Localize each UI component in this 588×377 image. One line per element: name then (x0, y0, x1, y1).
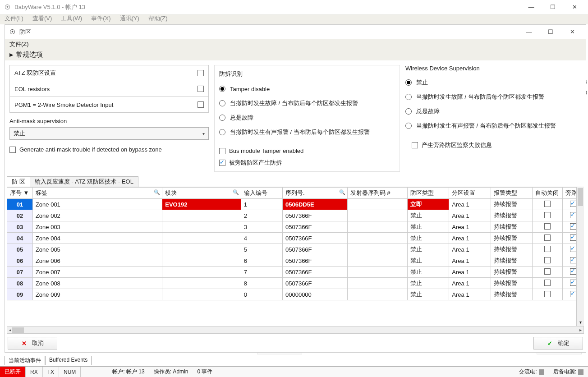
search-icon[interactable]: 🔍 (339, 189, 345, 195)
tab-atz[interactable]: 输入反应速度 - ATZ 双防区技术 - EOL (30, 176, 138, 187)
main-title: BabyWare V5.1.0 - 帐户 13 (14, 3, 525, 11)
section-header[interactable]: ▶常规选项 (5, 49, 586, 60)
general-options-panel: ATZ 双防区设置 EOL resistors PGM1 = 2-Wire Sm… (9, 65, 209, 172)
pgm1-checkbox[interactable] (198, 101, 204, 108)
auto-checkbox[interactable] (544, 291, 551, 297)
tab-zones[interactable]: 防 区 (7, 176, 30, 187)
bypass-checkbox[interactable] (570, 257, 576, 263)
col-alarm[interactable]: 报警类型 (491, 188, 532, 199)
table-row[interactable]: 02Zone 00220507366F禁止Area 1持续报警 (7, 210, 584, 221)
wds-panel: Wireless Device Supervision 禁止 当撤防时发生故障 … (405, 65, 581, 172)
status-events: 0 事件 (193, 367, 217, 377)
table-row[interactable]: 04Zone 00440507366F禁止Area 1持续报警 (7, 233, 584, 244)
wds-r4[interactable] (405, 123, 412, 129)
bypass-checkbox[interactable] (570, 268, 576, 275)
bypass-checkbox[interactable] (570, 280, 576, 286)
dlg-close-icon[interactable]: ✕ (566, 28, 579, 35)
table-row[interactable]: 03Zone 00330507366F禁止Area 1持续报警 (7, 221, 584, 233)
pgm1-option[interactable]: PGM1 = 2-Wire Smoke Detector Input (9, 97, 209, 113)
auto-checkbox[interactable] (544, 201, 551, 207)
app-icon: ⦿ (4, 4, 11, 11)
col-area[interactable]: 分区设置 (449, 188, 491, 199)
cancel-button[interactable]: ✕取消 (8, 337, 57, 349)
gen-antimask-label: Generate anti-mask trouble if detected o… (19, 146, 162, 153)
atz-checkbox[interactable] (198, 70, 204, 76)
search-icon[interactable]: 🔍 (154, 189, 160, 195)
minimize-icon[interactable]: — (525, 4, 537, 10)
dialog-title: 防区 (19, 28, 523, 36)
auto-checkbox[interactable] (544, 246, 551, 252)
status-backup: 后备电源: (549, 368, 588, 376)
dialog-icon: ⦿ (9, 28, 16, 36)
col-num[interactable]: 序号 ▼ (7, 188, 33, 199)
auto-checkbox[interactable] (544, 257, 551, 263)
antimask-select[interactable]: 禁止▾ (9, 127, 209, 140)
event-tabs: 当前活动事件 Buffered Events (5, 356, 92, 365)
bypass-tamper-checkbox[interactable] (219, 160, 225, 166)
col-serial[interactable]: 序列号.🔍 (282, 188, 347, 199)
table-row[interactable]: 01Zone 001EVO19210506DD5E立即Area 1持续报警 (7, 199, 584, 210)
atz-option[interactable]: ATZ 双防区设置 (9, 65, 209, 81)
dlg-maximize-icon[interactable]: ☐ (544, 28, 557, 35)
bypass-checkbox[interactable] (570, 223, 576, 230)
col-module[interactable]: 模块🔍 (162, 188, 241, 199)
antimask-header: Anti-mask supervision (9, 118, 209, 124)
ok-button[interactable]: ✓确定 (533, 337, 583, 349)
dialog-menu[interactable]: 文件(Z) (5, 39, 586, 49)
table-row[interactable]: 08Zone 00880507366F禁止Area 1持续报警 (7, 278, 584, 289)
wds-r1[interactable] (405, 79, 412, 86)
bus-tamper-checkbox[interactable] (219, 148, 225, 154)
main-titlebar: ⦿ BabyWare V5.1.0 - 帐户 13 — ☐ ✕ (0, 0, 588, 14)
tamper-r3[interactable] (219, 115, 225, 121)
bypass-checkbox[interactable] (570, 201, 576, 207)
col-input[interactable]: 输入编号 (241, 188, 282, 199)
status-ac: 交流电: (514, 368, 548, 376)
table-row[interactable]: 05Zone 00550507366F禁止Area 1持续报警 (7, 244, 584, 255)
auto-checkbox[interactable] (544, 223, 551, 230)
tab-buffered-events[interactable]: Buffered Events (45, 356, 92, 365)
tab-current-events[interactable]: 当前活动事件 (5, 356, 45, 365)
maximize-icon[interactable]: ☐ (547, 4, 559, 10)
close-icon[interactable]: ✕ (568, 4, 581, 10)
wds-r3[interactable] (405, 108, 412, 115)
status-account: 帐户: 帐户 13 (108, 367, 149, 377)
eol-option[interactable]: EOL resistors (9, 81, 209, 97)
table-row[interactable]: 09Zone 009000000000禁止Area 1持续报警 (7, 289, 584, 300)
main-menubar: 文件(L)查看(V)工具(W)事件(X)通讯(Y)帮助(Z) (0, 14, 588, 24)
search-icon[interactable]: 🔍 (233, 189, 239, 195)
vertical-scrollbar[interactable]: ▾ (576, 187, 584, 326)
bypass-checkbox[interactable] (570, 234, 576, 241)
auto-checkbox[interactable] (544, 268, 551, 275)
status-rx: RX (26, 367, 43, 377)
col-type[interactable]: 防区类型 (408, 188, 449, 199)
tamper-title: 防拆识别 (219, 70, 395, 78)
status-operator: 操作员: Admin (149, 367, 193, 377)
bypass-checkbox[interactable] (570, 291, 576, 297)
collapse-icon[interactable]: ▶ (9, 52, 13, 58)
tamper-panel: 防拆识别 Tamper disable 当撤防时发生故障 / 当布防后每个防区都… (214, 65, 400, 172)
auto-checkbox[interactable] (544, 234, 551, 241)
tamper-r2[interactable] (219, 100, 225, 106)
wds-r2[interactable] (405, 94, 412, 100)
bypass-checkbox[interactable] (570, 246, 576, 252)
col-tx[interactable]: 发射器序列码 # (347, 188, 407, 199)
status-bar: 已断开 RX TX NUM 帐户: 帐户 13 操作员: Admin 0 事件 … (0, 366, 588, 377)
col-auto[interactable]: 自动关闭 (533, 188, 563, 199)
eol-checkbox[interactable] (198, 86, 204, 92)
check-icon: ✓ (547, 340, 552, 347)
col-label[interactable]: 标签🔍 (32, 188, 162, 199)
horizontal-scrollbar[interactable]: ◂▸ (7, 326, 584, 334)
gen-antimask-checkbox[interactable] (9, 147, 16, 153)
table-row[interactable]: 06Zone 00660507366F禁止Area 1持续报警 (7, 255, 584, 267)
bypass-checkbox[interactable] (570, 212, 576, 218)
dlg-minimize-icon[interactable]: — (523, 28, 535, 35)
status-connection: 已断开 (0, 367, 26, 377)
tamper-r1[interactable] (219, 86, 225, 92)
auto-checkbox[interactable] (544, 280, 551, 286)
zone-grid: 序号 ▼ 标签🔍 模块🔍 输入编号 序列号.🔍 发射器序列码 # 防区类型 分区… (7, 187, 584, 326)
table-row[interactable]: 07Zone 00770507366F禁止Area 1持续报警 (7, 267, 584, 278)
tamper-r4[interactable] (219, 129, 225, 135)
wds-bypass-checkbox[interactable] (412, 142, 418, 148)
auto-checkbox[interactable] (544, 212, 551, 218)
x-icon: ✕ (22, 340, 27, 347)
